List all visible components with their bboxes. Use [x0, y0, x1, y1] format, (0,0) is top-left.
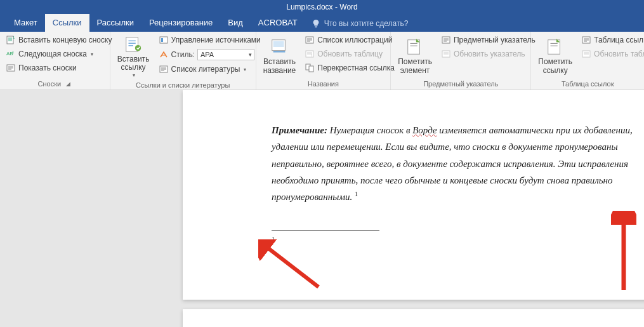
show-notes-icon [6, 63, 16, 73]
style-icon [159, 50, 169, 60]
mark-citation-icon [546, 37, 565, 57]
index-icon [441, 35, 451, 45]
group-index: Пометить элемент Предметный указатель Об… [391, 32, 531, 90]
mark-citation-button[interactable]: Пометить ссылку [534, 34, 576, 79]
insert-toa-button[interactable]: Таблица ссыл [579, 34, 644, 46]
group-captions: Вставить название Список иллюстраций ! О… [256, 32, 391, 90]
update-table-button: ! Обновить таблицу [302, 48, 397, 60]
update-toa-icon [581, 49, 591, 59]
mark-entry-button[interactable]: Пометить элемент [394, 34, 436, 79]
body-text-2: изменяется автоматически при их добавлен… [272, 125, 633, 202]
table-of-figures-button[interactable]: Список иллюстраций [302, 34, 397, 46]
document-title: Lumpics.docx - Word [286, 3, 357, 11]
next-footnote-icon: AB1 [6, 49, 16, 59]
tell-me-placeholder: Что вы хотите сделать? [324, 19, 409, 28]
note-lead: Примечание: [272, 125, 327, 135]
svg-text:1: 1 [12, 50, 15, 54]
chevron-down-icon: ▾ [244, 67, 246, 72]
group-label-toa: Таблица ссылок [562, 80, 614, 88]
update-toa-button: Обновить табл [579, 48, 644, 60]
footnote-separator [272, 230, 379, 231]
chevron-down-icon: ▾ [133, 73, 135, 79]
show-notes-button[interactable]: Показать сноски [3, 62, 114, 74]
lightbulb-icon [312, 19, 320, 28]
cross-reference-button[interactable]: Перекрестная ссылка [302, 62, 397, 74]
tab-mailings[interactable]: Рассылки [89, 14, 141, 32]
document-area: Примечание: Нумерация сносок в Ворде изм… [0, 90, 644, 327]
svg-rect-11 [273, 41, 284, 47]
document-paragraph[interactable]: Примечание: Нумерация сносок в Ворде изм… [272, 122, 640, 205]
group-label-captions: Названия [308, 80, 339, 88]
next-footnote-button[interactable]: AB1 Следующая сноска ▾ [3, 48, 114, 60]
caption-icon [270, 37, 289, 57]
bibliography-icon [159, 64, 169, 74]
insert-citation-button[interactable]: Вставить ссылку ▾ [114, 34, 154, 80]
body-text-1: Нумерация сносок в [327, 125, 412, 135]
mark-entry-icon [405, 37, 424, 57]
toa-icon [581, 35, 591, 45]
group-footnotes: 1 Вставить концевую сноску AB1 Следующая… [0, 32, 110, 90]
group-label-footnotes: Сноски [38, 80, 62, 88]
svg-rect-16 [309, 66, 313, 72]
update-icon: ! [305, 49, 315, 59]
crossref-icon [305, 63, 315, 73]
document-page[interactable]: Примечание: Нумерация сносок в Ворде изм… [183, 90, 644, 300]
title-bar: Lumpics.docx - Word [0, 0, 644, 14]
ribbon-tabs: Макет Ссылки Рассылки Рецензирование Вид… [0, 14, 644, 32]
tell-me[interactable]: Что вы хотите сделать? [305, 19, 415, 32]
style-selector[interactable]: Стиль: APA [156, 48, 263, 62]
svg-text:!: ! [311, 53, 312, 58]
tab-review[interactable]: Рецензирование [141, 14, 220, 32]
tab-view[interactable]: Вид [220, 14, 251, 32]
svg-text:1: 1 [13, 36, 15, 39]
update-index-button: Обновить указатель [438, 48, 538, 60]
dialog-launcher-icon[interactable]: ◢ [65, 81, 72, 87]
insert-endnote-button[interactable]: 1 Вставить концевую сноску [3, 34, 114, 46]
footnote-area[interactable]: 1 [272, 234, 640, 250]
svg-rect-7 [160, 37, 168, 43]
svg-rect-8 [161, 38, 163, 42]
group-label-citations: Ссылки и списки литературы [136, 81, 230, 89]
group-toa: Пометить ссылку Таблица ссыл Обновить та… [531, 32, 644, 90]
bibliography-button[interactable]: Список литературы ▾ [156, 63, 263, 76]
manage-sources-button[interactable]: Управление источниками [156, 34, 263, 46]
style-dropdown[interactable]: APA [197, 49, 254, 60]
spellcheck-word[interactable]: Ворде [412, 125, 437, 135]
footnote-number: 1 [272, 236, 275, 243]
chevron-down-icon: ▾ [91, 51, 93, 57]
update-index-icon [441, 49, 451, 59]
group-citations: Вставить ссылку ▾ Управление источниками… [110, 32, 256, 90]
group-label-index: Предметный указатель [423, 80, 498, 88]
document-page-next[interactable] [183, 309, 644, 327]
svg-point-6 [135, 45, 141, 51]
tab-references[interactable]: Ссылки [45, 14, 89, 32]
footnote-reference[interactable]: 1 [355, 190, 358, 197]
citation-icon [124, 35, 143, 54]
tab-layout[interactable]: Макет [6, 14, 45, 32]
insert-index-button[interactable]: Предметный указатель [438, 34, 538, 46]
list-icon [305, 35, 315, 45]
manage-sources-icon [159, 35, 169, 45]
ribbon: 1 Вставить концевую сноску AB1 Следующая… [0, 32, 644, 90]
endnote-icon: 1 [6, 35, 16, 45]
tab-acrobat[interactable]: ACROBAT [251, 14, 305, 32]
insert-caption-button[interactable]: Вставить название [260, 34, 300, 79]
